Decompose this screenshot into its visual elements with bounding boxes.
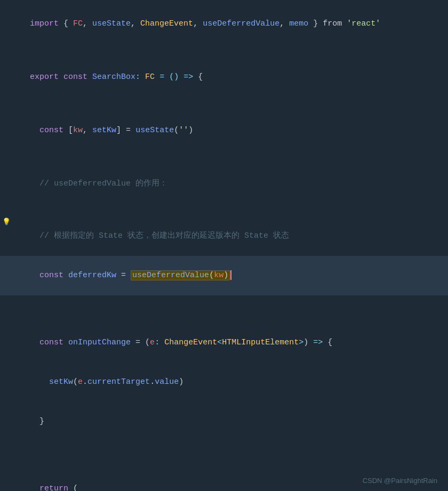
keyword-from: from xyxy=(323,19,342,28)
highlight-useDeferredValue: useDeferredValue(kw) xyxy=(131,270,230,280)
code-line-7: // useDeferredValue 的作用： xyxy=(0,164,448,204)
keyword-import: import xyxy=(30,19,59,28)
token-useState: useState xyxy=(92,19,131,28)
token-empty-string: '' xyxy=(179,126,188,135)
code-line-6 xyxy=(0,150,448,164)
token-memo: memo xyxy=(289,19,308,28)
token-ChangeEvent-type: ChangeEvent xyxy=(164,338,217,347)
token-SearchBox: SearchBox xyxy=(92,73,135,82)
code-line-3: export const SearchBox: FC = () => { xyxy=(0,58,448,97)
token-e-param: e xyxy=(150,338,155,347)
token-ChangeEvent: ChangeEvent xyxy=(140,19,193,28)
code-line-11 xyxy=(0,309,448,323)
text-cursor xyxy=(230,270,231,280)
token-kw-param: kw xyxy=(214,271,223,280)
token-useState-call: useState xyxy=(135,126,174,135)
keyword-export: export xyxy=(30,73,59,82)
token-FC-type: FC xyxy=(145,73,155,82)
code-line-10 xyxy=(0,295,448,309)
token-FC: FC xyxy=(73,19,83,28)
token-onInputChange: onInputChange xyxy=(68,338,131,347)
code-line-2 xyxy=(0,44,448,58)
code-line-4 xyxy=(0,97,448,111)
token-useDeferredValue: useDeferredValue xyxy=(203,19,279,28)
code-line-14: } xyxy=(0,402,448,441)
token-HTMLInputElement: HTMLInputElement xyxy=(222,338,299,347)
token-setKw: setKw xyxy=(92,126,116,135)
keyword-const-4: const xyxy=(39,338,63,347)
code-line-5: const [kw, setKw] = useState('') xyxy=(0,111,448,150)
code-editor: import { FC, useState, ChangeEvent, useD… xyxy=(0,0,448,491)
comment-2: // 根据指定的 State 状态，创建出对应的延迟版本的 State 状态 xyxy=(39,231,289,240)
keyword-const: const xyxy=(63,73,87,82)
code-line-1: import { FC, useState, ChangeEvent, useD… xyxy=(0,4,448,44)
token-react-string: 'react' xyxy=(347,19,380,28)
token-e-current: e xyxy=(78,377,83,387)
lightbulb-icon: 💡 xyxy=(2,217,11,228)
token-deferredKw: deferredKw xyxy=(68,271,116,280)
code-line-8: 💡 // 根据指定的 State 状态，创建出对应的延迟版本的 State 状态 xyxy=(0,204,448,256)
token-value: value xyxy=(155,377,179,387)
keyword-return: return xyxy=(30,484,68,491)
token-currentTarget: currentTarget xyxy=(87,377,150,387)
code-line-16 xyxy=(0,455,448,469)
keyword-const-2: const xyxy=(39,126,63,135)
code-line-13: setKw(e.currentTarget.value) xyxy=(0,363,448,402)
token-setKw-call: setKw xyxy=(49,377,73,387)
comment-1: // useDeferredValue 的作用： xyxy=(39,179,167,188)
token-kw: kw xyxy=(73,126,83,135)
code-line-12: const onInputChange = (e: ChangeEvent<HT… xyxy=(0,323,448,363)
keyword-const-3: const xyxy=(39,271,63,280)
code-line-9: const deferredKw = useDeferredValue(kw) xyxy=(0,256,448,295)
code-line-15 xyxy=(0,441,448,455)
token-useDeferredValue-call: useDeferredValue xyxy=(132,271,209,280)
footer-credit: CSDN @PairsNightRain xyxy=(363,476,437,487)
